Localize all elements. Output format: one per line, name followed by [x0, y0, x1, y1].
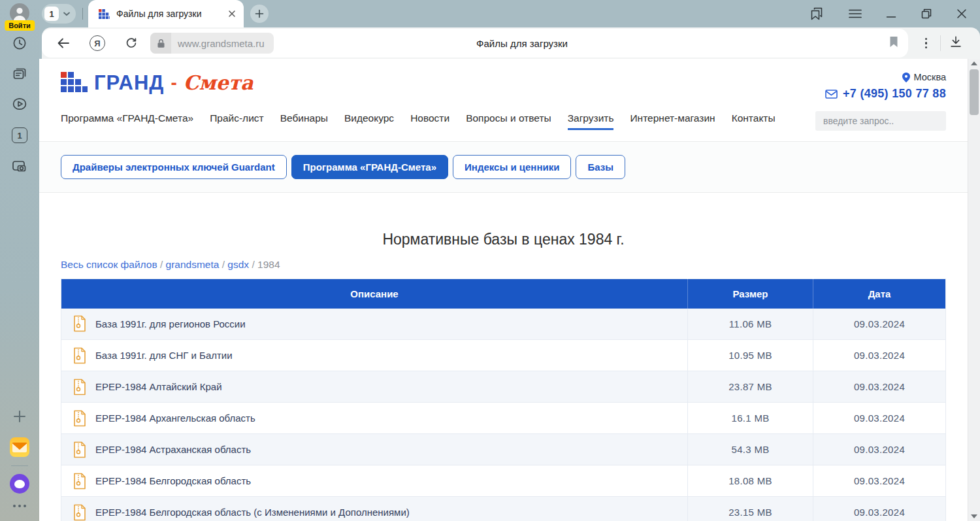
- search-input[interactable]: [815, 111, 946, 131]
- filter-button[interactable]: Индексы и ценники: [453, 155, 571, 179]
- alice-button[interactable]: [0, 474, 39, 494]
- archive-file-icon: [73, 504, 86, 521]
- restore-window-icon[interactable]: [921, 8, 932, 20]
- plus-icon: [12, 409, 27, 424]
- tab-group[interactable]: 1: [42, 4, 76, 24]
- yandex-mail-button[interactable]: [0, 437, 39, 457]
- site-header: ГРАНД-Смета Москва: [39, 59, 968, 141]
- side-panels-icon[interactable]: [809, 7, 825, 21]
- scroll-up-arrow[interactable]: [968, 61, 980, 65]
- file-size: 16.1 MB: [688, 403, 813, 434]
- file-size: 18.08 MB: [688, 465, 813, 497]
- yandex-button[interactable]: Я: [89, 35, 106, 52]
- archive-file-icon: [73, 378, 86, 395]
- nav-item[interactable]: Контакты: [732, 112, 776, 130]
- screenshot-button[interactable]: [0, 158, 39, 175]
- nav-item[interactable]: Интернет-магазин: [630, 112, 715, 130]
- envelope-icon: [825, 90, 838, 99]
- url-field[interactable]: www.grandsmeta.ru: [150, 33, 274, 54]
- new-tab-button[interactable]: [250, 5, 269, 23]
- file-date: 09.03.2024: [813, 309, 946, 340]
- breadcrumb-separator: /: [219, 259, 227, 270]
- breadcrumb-item[interactable]: gsdx: [227, 259, 249, 270]
- city-selector[interactable]: Москва: [825, 72, 946, 82]
- scrollbar-thumb[interactable]: [970, 69, 979, 115]
- file-name[interactable]: ЕРЕР-1984 Белгородская область (с Измене…: [95, 507, 410, 518]
- filter-button[interactable]: Программа «ГРАНД-Смета»: [291, 155, 448, 179]
- tab-close-icon[interactable]: [228, 10, 236, 18]
- breadcrumb-item[interactable]: grandsmeta: [166, 259, 220, 270]
- table-row[interactable]: ЕРЕР-1984 Астраханская область 54.3 MB 0…: [61, 434, 946, 465]
- filter-button[interactable]: Драйверы электронных ключей Guardant: [61, 155, 287, 179]
- video-button[interactable]: [0, 96, 39, 112]
- breadcrumb-separator: /: [249, 259, 257, 270]
- back-button[interactable]: [55, 35, 72, 52]
- ellipsis-icon: [13, 505, 26, 507]
- nav-item[interactable]: Вопросы и ответы: [466, 112, 551, 130]
- site-logo[interactable]: ГРАНД-Смета: [61, 72, 253, 93]
- toolbar-more-button[interactable]: [916, 38, 936, 48]
- toolbar-divider: [940, 35, 941, 51]
- feed-icon: [12, 66, 27, 82]
- menu-icon[interactable]: [849, 9, 862, 18]
- breadcrumb-item: 1984: [257, 259, 280, 270]
- file-size: 10.95 MB: [688, 340, 813, 371]
- file-name[interactable]: База 1991г. для регионов России: [95, 318, 246, 329]
- table-row[interactable]: ЕРЕР-1984 Белгородская область 18.08 MB …: [61, 465, 946, 497]
- bookmark-button[interactable]: [889, 36, 899, 50]
- login-button[interactable]: Войти: [5, 20, 35, 31]
- file-date: 09.03.2024: [813, 371, 946, 403]
- sidebar-add-button[interactable]: [0, 409, 39, 424]
- table-header-row: Описание Размер Дата: [61, 279, 946, 309]
- profile-avatar[interactable]: Войти: [0, 3, 39, 23]
- nav-item[interactable]: Программа «ГРАНД-Смета»: [61, 112, 193, 130]
- feed-button[interactable]: [0, 66, 39, 82]
- page-scrollbar[interactable]: [968, 59, 980, 521]
- file-name[interactable]: ЕРЕР-1984 Алтайский Край: [95, 381, 222, 392]
- tab-count: 1: [17, 131, 22, 141]
- back-arrow-icon: [56, 35, 71, 51]
- phone-contact[interactable]: +7 (495) 150 77 88: [825, 87, 946, 101]
- history-button[interactable]: [0, 35, 39, 51]
- reload-button[interactable]: [123, 35, 140, 52]
- logo-text-grand: ГРАНД: [94, 73, 164, 93]
- ssl-lock[interactable]: [150, 33, 171, 54]
- phone-number: +7 (495) 150 77 88: [843, 87, 946, 101]
- column-header-size: Размер: [688, 279, 813, 309]
- archive-file-icon: [73, 473, 86, 490]
- file-date: 09.03.2024: [813, 340, 946, 371]
- nav-item[interactable]: Загрузить: [568, 112, 614, 130]
- nav-item[interactable]: Видеокурс: [344, 112, 394, 130]
- table-row[interactable]: ЕРЕР-1984 Белгородская область (с Измене…: [61, 497, 946, 521]
- sidebar-more-button[interactable]: [0, 505, 39, 507]
- breadcrumb-separator: /: [157, 259, 166, 270]
- plus-icon: [255, 9, 264, 18]
- active-tab[interactable]: Файлы для загрузки: [88, 0, 244, 27]
- tab-separator: [82, 8, 83, 20]
- files-table: Описание Размер Дата: [61, 278, 946, 521]
- file-name[interactable]: ЕРЕР-1984 Астраханская область: [95, 444, 251, 455]
- nav-item[interactable]: Вебинары: [280, 112, 328, 130]
- file-name[interactable]: ЕРЕР-1984 Архангельская область: [95, 412, 255, 424]
- filter-button[interactable]: Базы: [576, 155, 625, 179]
- nav-item[interactable]: Новости: [410, 112, 449, 130]
- chevron-down-icon[interactable]: [63, 11, 71, 16]
- scroll-down-arrow[interactable]: [968, 514, 980, 518]
- breadcrumb-item[interactable]: Весь список файлов: [61, 259, 157, 270]
- logo-dash: -: [171, 73, 176, 93]
- file-name[interactable]: База 1991г. для СНГ и Балтии: [95, 350, 233, 361]
- nav-item[interactable]: Прайс-лист: [210, 112, 264, 130]
- table-row[interactable]: База 1991г. для регионов России 11.06 MB…: [61, 309, 946, 340]
- screen-camera-icon: [11, 158, 28, 175]
- tabs-counter-button[interactable]: 1: [0, 127, 39, 143]
- file-size: 23.15 MB: [688, 497, 813, 521]
- browser-toolbar: Я www.grandsmeta.ru Файлы для загрузки: [42, 27, 980, 59]
- close-window-icon[interactable]: [956, 8, 967, 19]
- table-row[interactable]: База 1991г. для СНГ и Балтии 10.95 MB 09…: [61, 340, 946, 371]
- minimize-icon[interactable]: [886, 8, 896, 19]
- address-bar[interactable]: Я www.grandsmeta.ru Файлы для загрузки: [42, 29, 908, 58]
- file-name[interactable]: ЕРЕР-1984 Белгородская область: [95, 475, 251, 486]
- table-row[interactable]: ЕРЕР-1984 Алтайский Край 23.87 MB 09.03.…: [61, 371, 946, 403]
- table-row[interactable]: ЕРЕР-1984 Архангельская область 16.1 MB …: [61, 403, 946, 434]
- downloads-button[interactable]: [945, 35, 967, 52]
